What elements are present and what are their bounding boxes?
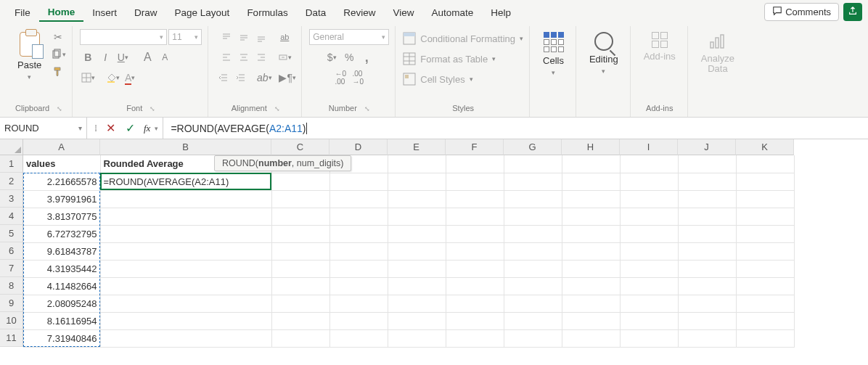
col-header-A[interactable]: A xyxy=(23,139,100,155)
align-left-button[interactable] xyxy=(218,49,234,65)
format-as-table-button[interactable]: Format as Table▾ xyxy=(403,49,496,68)
cell-B10[interactable] xyxy=(100,312,271,329)
cell-D7[interactable] xyxy=(329,260,388,277)
align-bottom-button[interactable] xyxy=(253,29,269,45)
cell-I3[interactable] xyxy=(620,190,678,208)
cell-D10[interactable] xyxy=(329,312,388,329)
cell-K6[interactable] xyxy=(736,242,794,260)
cut-button[interactable]: ✂ xyxy=(50,29,66,45)
cells-button[interactable]: Cells ▾ xyxy=(537,29,570,79)
comma-button[interactable]: , xyxy=(359,49,374,65)
select-all-corner[interactable] xyxy=(0,139,23,155)
increase-font-button[interactable]: A xyxy=(139,49,155,65)
cell-A2[interactable]: 2.21665578 xyxy=(23,173,100,190)
cell-F7[interactable] xyxy=(446,260,504,277)
cell-G2[interactable] xyxy=(504,173,562,190)
cell-F1[interactable] xyxy=(446,155,504,173)
cell-D3[interactable] xyxy=(329,190,388,208)
inc-indent-button[interactable] xyxy=(233,70,249,86)
cell-K9[interactable] xyxy=(736,295,794,312)
cell-B4[interactable] xyxy=(100,208,271,225)
name-box[interactable]: ROUND ▾ xyxy=(0,118,87,139)
addins-button[interactable]: Add-ins xyxy=(638,29,681,65)
share-button[interactable] xyxy=(843,3,862,21)
cell-G3[interactable] xyxy=(504,190,562,208)
tab-review[interactable]: Review xyxy=(335,3,384,21)
row-header-8[interactable]: 8 xyxy=(0,277,23,295)
tab-view[interactable]: View xyxy=(384,3,422,21)
cell-K1[interactable] xyxy=(736,155,794,173)
cell-E1[interactable] xyxy=(388,155,446,173)
row-header-10[interactable]: 10 xyxy=(0,312,23,329)
cell-G9[interactable] xyxy=(504,295,562,312)
cell-D11[interactable] xyxy=(329,329,388,347)
cell-E5[interactable] xyxy=(388,225,446,242)
cell-C6[interactable] xyxy=(271,242,329,260)
cell-C9[interactable] xyxy=(271,295,329,312)
font-size-combo[interactable]: 11▾ xyxy=(168,29,202,45)
cell-G10[interactable] xyxy=(504,312,562,329)
cell-B7[interactable] xyxy=(100,260,271,277)
paste-button[interactable]: Paste ▾ xyxy=(12,29,47,83)
cell-C5[interactable] xyxy=(271,225,329,242)
cell-I9[interactable] xyxy=(620,295,678,312)
dec-decimal-button[interactable]: .00→0 xyxy=(350,70,366,86)
formula-input[interactable]: =ROUND(AVERAGE(A2:A11) xyxy=(163,123,868,134)
cell-G5[interactable] xyxy=(504,225,562,242)
cell-H7[interactable] xyxy=(562,260,620,277)
cell-A5[interactable]: 6.72732795 xyxy=(23,225,100,242)
cell-K8[interactable] xyxy=(736,277,794,295)
cell-K10[interactable] xyxy=(736,312,794,329)
italic-button[interactable]: I xyxy=(97,49,113,65)
fx-button[interactable]: fx xyxy=(141,123,153,134)
cell-G7[interactable] xyxy=(504,260,562,277)
cell-C7[interactable] xyxy=(271,260,329,277)
cell-A1[interactable]: values xyxy=(23,155,100,173)
comments-button[interactable]: Comments xyxy=(764,3,839,21)
row-header-9[interactable]: 9 xyxy=(0,295,23,312)
cell-J8[interactable] xyxy=(678,277,736,295)
cell-G8[interactable] xyxy=(504,277,562,295)
cell-E7[interactable] xyxy=(388,260,446,277)
launcher-icon[interactable]: ⤡ xyxy=(57,105,62,112)
row-header-7[interactable]: 7 xyxy=(0,260,23,277)
cell-F6[interactable] xyxy=(446,242,504,260)
inc-decimal-button[interactable]: ←0.00 xyxy=(332,70,348,86)
cell-H5[interactable] xyxy=(562,225,620,242)
orientation-button[interactable]: ab▾ xyxy=(256,70,272,86)
cell-J2[interactable] xyxy=(678,173,736,190)
tab-help[interactable]: Help xyxy=(482,3,520,21)
col-header-B[interactable]: B xyxy=(100,139,271,155)
cell-I11[interactable] xyxy=(620,329,678,347)
cell-C11[interactable] xyxy=(271,329,329,347)
col-header-I[interactable]: I xyxy=(620,139,678,155)
fill-color-button[interactable]: ▾ xyxy=(105,70,120,86)
cell-I1[interactable] xyxy=(620,155,678,173)
cancel-button[interactable]: ✕ xyxy=(102,121,120,135)
col-header-K[interactable]: K xyxy=(736,139,794,155)
cell-D9[interactable] xyxy=(329,295,388,312)
cell-K11[interactable] xyxy=(736,329,794,347)
cell-E11[interactable] xyxy=(388,329,446,347)
percent-button[interactable]: % xyxy=(341,49,357,65)
tab-file[interactable]: File xyxy=(6,3,39,21)
cell-F9[interactable] xyxy=(446,295,504,312)
col-header-C[interactable]: C xyxy=(271,139,329,155)
cell-G6[interactable] xyxy=(504,242,562,260)
tab-home[interactable]: Home xyxy=(39,2,84,22)
cell-K4[interactable] xyxy=(736,208,794,225)
cell-J7[interactable] xyxy=(678,260,736,277)
col-header-J[interactable]: J xyxy=(678,139,736,155)
tab-formulas[interactable]: Formulas xyxy=(238,3,296,21)
underline-button[interactable]: U▾ xyxy=(115,49,131,65)
cell-C8[interactable] xyxy=(271,277,329,295)
number-format-combo[interactable]: General▾ xyxy=(309,29,389,45)
format-painter-button[interactable] xyxy=(50,64,66,80)
cell-D2[interactable] xyxy=(329,173,388,190)
cell-grid[interactable]: valuesRounded Average2.21665578=ROUND(AV… xyxy=(23,155,795,348)
cell-H6[interactable] xyxy=(562,242,620,260)
tab-insert[interactable]: Insert xyxy=(83,3,126,21)
cell-A9[interactable]: 2.08095248 xyxy=(23,295,100,312)
currency-button[interactable]: $▾ xyxy=(324,49,340,65)
cell-J11[interactable] xyxy=(678,329,736,347)
